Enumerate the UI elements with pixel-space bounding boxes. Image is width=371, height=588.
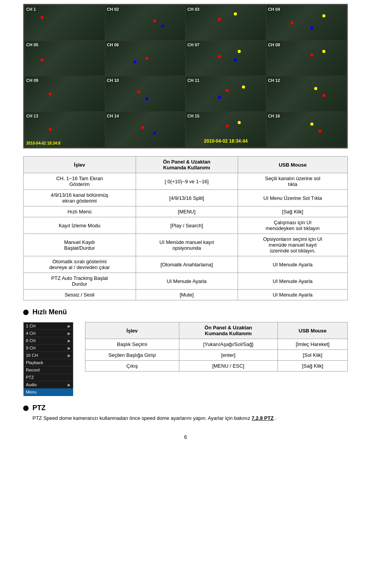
camera-grid: CH 1CH 02CH 03CH 04CH 05CH 06CH 07CH 08C… <box>23 4 348 148</box>
second-table-header-2: Ön Panel & UzaktanKumanda Kullanımı <box>179 322 277 339</box>
cam-cell: CH 03 <box>186 5 266 40</box>
ptz-link[interactable]: 7.2.8 PTZ <box>252 415 274 421</box>
ptz-desc-part1: PTZ Speed dome kameranızı kullanmadan ön… <box>32 415 207 421</box>
table-cell: [MENU] <box>136 206 238 217</box>
table-cell: [enter] <box>179 350 277 361</box>
yellow-dot <box>242 85 245 89</box>
menu-item[interactable]: Audio▶ <box>24 381 73 389</box>
cam-cell: CH 06 <box>106 41 186 76</box>
table-row: Manuel KaydıBaşlat/DurdurUI Menüde manue… <box>24 234 348 256</box>
table-cell: PTZ Auto Tracking BaşlatDurdur <box>24 273 136 290</box>
table-cell: Otomatik sıralı gösterimidevreye al / de… <box>24 256 136 273</box>
bullet-icon <box>23 310 29 315</box>
menu-item[interactable]: Playback <box>24 359 73 366</box>
menu-item-label: Record <box>26 368 39 372</box>
table-cell: UI Menude Ayarla <box>238 256 347 273</box>
menu-item[interactable]: 9 CH▶ <box>24 344 73 352</box>
table-cell: Opsiyonların seçimi için UImenüde manuel… <box>238 234 347 256</box>
table-row: Hızlı Menü[MENU][Sağ Klik] <box>24 206 348 217</box>
ptz-description: PTZ Speed dome kameranızı kullanmadan ön… <box>32 414 348 423</box>
blue-dot <box>133 60 136 63</box>
yellow-dot <box>238 50 241 53</box>
menu-item[interactable]: 16 CH▶ <box>24 352 73 359</box>
cam-cell: CH 08 <box>267 41 347 76</box>
ptz-heading-label: PTZ <box>32 404 46 412</box>
table-cell: Çalışması için UImenüdeyken sol tıklayın <box>238 217 347 234</box>
yellow-dot <box>322 14 325 17</box>
table-cell: Manuel KaydıBaşlat/Durdur <box>24 234 136 256</box>
table-row: Başlık Seçimi[Yukarı/Aşağı/Sol/Sağ][İmle… <box>85 339 348 350</box>
cam-cell: CH 11 <box>186 77 266 111</box>
table-cell: [MENU / ESC] <box>179 361 277 372</box>
table-row: Çıkış[MENU / ESC][Sağ Klik] <box>85 361 348 372</box>
table-cell: Kayıt İzleme Modu <box>24 217 136 234</box>
red-dot <box>218 55 221 58</box>
cam-cell: CH 09 <box>25 77 105 111</box>
red-dot <box>318 130 322 133</box>
menu-item[interactable]: 4 CH▶ <box>24 330 73 337</box>
menu-item-label: 9 CH <box>26 346 36 350</box>
second-table: İşlev Ön Panel & UzaktanKumanda Kullanım… <box>85 322 348 372</box>
blue-dot <box>161 25 164 28</box>
menu-item-label: 8 CH <box>26 338 36 343</box>
menu-item[interactable]: Menu <box>24 389 73 396</box>
table-cell: [Sol Klik] <box>277 350 347 361</box>
table-cell: [Yukarı/Aşağı/Sol/Sağ] <box>179 339 277 350</box>
menu-item-label: Audio <box>26 382 37 387</box>
table-cell: [Sağ Klik] <box>277 361 347 372</box>
blue-dot <box>310 26 313 29</box>
table-cell: [Play / Search] <box>136 217 238 234</box>
menu-item-label: 1 CH <box>26 324 36 328</box>
yellow-dot <box>234 12 237 15</box>
yellow-dot <box>310 123 313 126</box>
table-cell: 4/9/13/16 kanal bölünmüşekran gösterimi <box>24 190 136 206</box>
hizli-menu-heading: Hızlı Menü <box>23 308 348 316</box>
red-dot <box>290 21 293 24</box>
cam-cell: CH 12 <box>267 77 347 111</box>
menu-item-label: PTZ <box>26 375 34 380</box>
cam-cell: CH 02 <box>106 5 186 40</box>
ptz-desc-part2: Ayarlar için bakınız <box>208 415 252 421</box>
table-cell: [Sağ Klik] <box>238 206 347 217</box>
table-row: Otomatik sıralı gösterimidevreye al / de… <box>24 256 348 273</box>
table-cell: UI Menude Ayarla <box>238 290 347 300</box>
menu-item[interactable]: Record <box>24 366 73 374</box>
ptz-desc-part3: . <box>275 415 277 421</box>
table-row: Kayıt İzleme Modu[Play / Search]Çalışmas… <box>24 217 348 234</box>
table-cell: UI Menude Ayarla <box>238 273 347 290</box>
table-cell: Başlık Seçimi <box>85 339 179 350</box>
red-dot <box>49 92 52 95</box>
menu-item[interactable]: PTZ <box>24 374 73 381</box>
yellow-dot <box>322 50 325 53</box>
ptz-section: PTZ PTZ Speed dome kameranızı kullanmada… <box>23 404 348 423</box>
menu-item[interactable]: 1 CH▶ <box>24 322 73 330</box>
cam-cell: CH 05 <box>25 41 105 76</box>
menu-item-arrow-icon: ▶ <box>68 346 71 350</box>
table-cell: Seçili kanalın üzerine soltıkla <box>238 173 347 190</box>
menu-section: 1 CH▶4 CH▶8 CH▶9 CH▶16 CH▶PlaybackRecord… <box>23 322 348 396</box>
table-row: Sessiz / Sesli[Mute]UI Menude Ayarla <box>24 290 348 300</box>
table-cell: [4/9/13/16 Split] <box>136 190 238 206</box>
menu-item-label: Menu <box>26 390 37 394</box>
menu-item-label: Playback <box>26 360 43 365</box>
menu-item[interactable]: 8 CH▶ <box>24 337 73 344</box>
table-cell: UI Menu Üzerine Sol Tıkla <box>238 190 347 206</box>
red-dot <box>226 124 229 128</box>
cam-cell: CH 04 <box>267 5 347 40</box>
red-dot <box>322 94 325 97</box>
menu-item-arrow-icon: ▶ <box>68 353 71 358</box>
page-number: 6 <box>23 434 348 440</box>
red-dot <box>226 89 229 92</box>
cam-cell: CH 10 <box>106 77 186 111</box>
red-dot <box>310 53 313 56</box>
table-cell: Çıkış <box>85 361 179 372</box>
cam-cell: CH 14 <box>106 112 186 147</box>
table-row: CH. 1~16 Tam EkranGösterim[ 0(+10)~9 ve … <box>24 173 348 190</box>
blue-dot <box>218 96 221 99</box>
cam-cell: CH 1 <box>25 5 105 40</box>
red-dot <box>218 18 221 21</box>
blue-dot <box>153 131 156 135</box>
menu-item-arrow-icon: ▶ <box>68 324 71 328</box>
blue-dot <box>145 97 148 101</box>
table-cell: Seçilen Başlığa Girişi <box>85 350 179 361</box>
